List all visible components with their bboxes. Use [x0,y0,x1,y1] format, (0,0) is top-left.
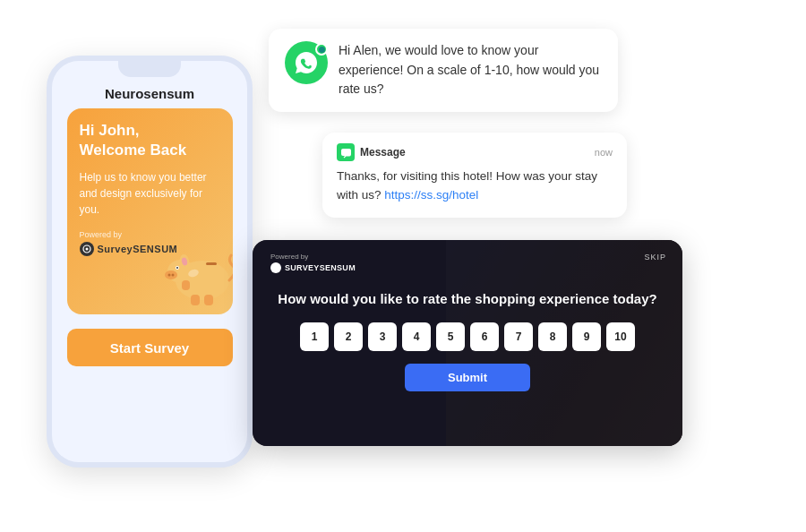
survey-num-1[interactable]: 1 [300,322,329,351]
phone-description: Help us to know you better and design ex… [80,169,220,218]
survey-number-buttons: 12345678910 [270,322,665,351]
sms-label: Message [360,146,406,159]
sms-header-left: Message [337,143,406,161]
whatsapp-bubble: Hi Alen, we would love to know your expe… [269,29,618,112]
sms-bubble: Message now Thanks, for visiting this ho… [322,133,627,218]
svg-rect-11 [191,295,200,305]
survey-skip-button[interactable]: SKIP [644,253,666,262]
svg-point-6 [171,274,174,277]
survey-num-4[interactable]: 4 [402,322,431,351]
svg-rect-14 [206,262,217,265]
phone-title: Neurosensum [105,86,194,101]
sms-header: Message now [337,143,613,161]
phone-mockup: Neurosensum Hi John, Welcome Back Help u… [47,56,253,468]
sms-time: now [595,147,613,158]
survey-card: Powered by SURVEYSENSUM SKIP How would y… [253,240,682,446]
whatsapp-icon [285,41,328,84]
survey-num-3[interactable]: 3 [368,322,397,351]
phone-greeting: Hi John, Welcome Back [80,121,220,160]
survey-logo-row: SURVEYSENSUM [270,262,665,273]
sms-icon [337,143,355,161]
survey-num-10[interactable]: 10 [606,322,635,351]
svg-rect-16 [341,149,351,156]
piggy-illustration [159,234,233,305]
start-survey-button[interactable]: Start Survey [67,329,233,366]
survey-num-9[interactable]: 9 [572,322,601,351]
whatsapp-message-text: Hi Alen, we would love to know your expe… [339,41,602,99]
svg-rect-12 [204,295,213,305]
survey-submit-row: Submit [270,364,665,391]
svg-rect-13 [182,280,190,290]
survey-question: How would you like to rate the shopping … [270,289,665,308]
survey-powered-label: Powered by [270,253,308,261]
survey-submit-button[interactable]: Submit [405,364,530,391]
survey-num-8[interactable]: 8 [538,322,567,351]
survey-logo-text: SURVEYSENSUM [285,263,356,272]
surveysensum-logo-icon [80,242,94,256]
survey-num-7[interactable]: 7 [504,322,533,351]
survey-num-6[interactable]: 6 [470,322,499,351]
svg-point-5 [167,274,170,277]
phone-notch [118,61,181,77]
survey-logo-icon [270,262,281,273]
phone-card: Hi John, Welcome Back Help us to know yo… [67,108,233,314]
whatsapp-notification-dot [315,43,328,56]
survey-content: Powered by SURVEYSENSUM SKIP How would y… [253,240,682,446]
svg-point-4 [165,270,177,279]
svg-point-8 [176,267,178,269]
sms-link[interactable]: https://ss.sg/hotel [384,188,478,202]
survey-num-5[interactable]: 5 [436,322,465,351]
svg-point-1 [85,248,88,251]
survey-num-2[interactable]: 2 [334,322,363,351]
sms-text: Thanks, for visiting this hotel! How was… [337,167,613,205]
survey-powered-row: Powered by [270,253,665,261]
